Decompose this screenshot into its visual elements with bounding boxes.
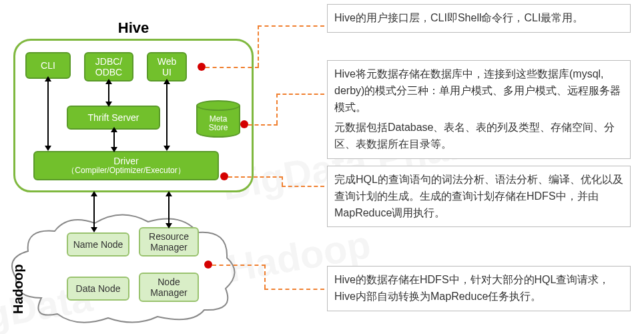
callout-line	[276, 94, 278, 124]
callout-dot-icon	[220, 172, 228, 180]
jdbc-odbc-node: JDBC/ ODBC	[84, 52, 133, 81]
hive-title: Hive	[15, 19, 252, 37]
callout-line	[258, 25, 259, 67]
callout-line	[276, 94, 324, 95]
callout-line	[264, 265, 266, 289]
driver-title: Driver	[113, 156, 138, 166]
node-manager-node: Node Manager	[139, 273, 199, 302]
web-ui-node: Web UI	[147, 52, 187, 81]
callout-line	[206, 67, 259, 68]
meta-store-label: Meta Store	[196, 115, 240, 132]
callout-dot-icon	[198, 63, 206, 71]
driver-node: Driver （Compiler/Optimizer/Executor）	[33, 151, 219, 180]
cli-node: CLI	[25, 52, 71, 79]
name-node: Name Node	[67, 232, 129, 257]
arrow-icon	[108, 83, 109, 103]
hadoop-cloud	[19, 215, 232, 322]
callout-line	[248, 124, 278, 126]
thrift-server-node: Thrift Server	[67, 106, 160, 130]
note-interface-layer: Hive的用户接口层，CLI即Shell命令行，CLI最常用。	[327, 4, 631, 33]
callout-line	[282, 186, 324, 187]
callout-line	[212, 265, 266, 266]
resource-manager-node: Resource Manager	[139, 227, 199, 257]
data-node: Data Node	[67, 277, 129, 301]
callout-dot-icon	[204, 261, 212, 269]
callout-line	[228, 176, 283, 178]
note-meta-store: Hive将元数据存储在数据库中，连接到这些数据库(mysql, derby)的模…	[327, 60, 631, 159]
callout-dot-icon	[240, 120, 248, 128]
hadoop-label: Hadoop	[11, 265, 26, 314]
arrow-icon	[168, 195, 170, 224]
driver-subtitle: （Compiler/Optimizer/Executor）	[67, 166, 185, 176]
note-hadoop: Hive的数据存储在HDFS中，针对大部分的HQL查询请求，Hive内部自动转换…	[327, 266, 631, 311]
arrow-icon	[166, 83, 168, 147]
callout-line	[258, 25, 324, 27]
arrow-icon	[47, 80, 49, 147]
arrow-icon	[113, 131, 115, 148]
callout-line	[264, 289, 324, 290]
meta-store-node: Meta Store	[196, 100, 240, 138]
arrow-icon	[93, 195, 95, 228]
note-driver: 完成HQL的查询语句的词法分析、语法分析、编译、优化以及查询计划的生成。生成的查…	[327, 166, 631, 227]
callout-line	[282, 176, 283, 186]
